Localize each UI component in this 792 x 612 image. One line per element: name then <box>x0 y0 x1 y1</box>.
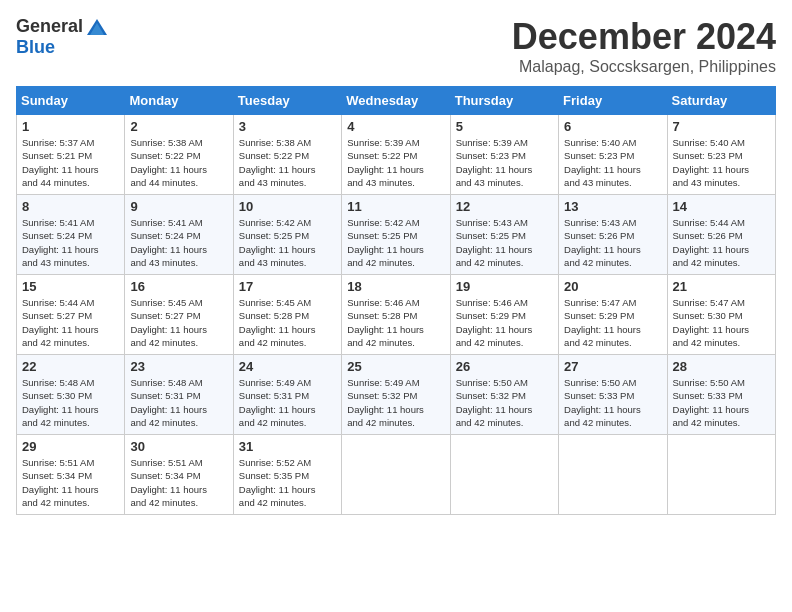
day-number: 13 <box>564 199 661 214</box>
day-number: 5 <box>456 119 553 134</box>
day-number: 25 <box>347 359 444 374</box>
calendar-cell: 16 Sunrise: 5:45 AM Sunset: 5:27 PM Dayl… <box>125 275 233 355</box>
month-title: December 2024 <box>512 16 776 58</box>
day-number: 28 <box>673 359 770 374</box>
day-number: 16 <box>130 279 227 294</box>
calendar-cell: 25 Sunrise: 5:49 AM Sunset: 5:32 PM Dayl… <box>342 355 450 435</box>
day-number: 11 <box>347 199 444 214</box>
calendar-cell: 23 Sunrise: 5:48 AM Sunset: 5:31 PM Dayl… <box>125 355 233 435</box>
header-monday: Monday <box>125 87 233 115</box>
calendar-cell: 3 Sunrise: 5:38 AM Sunset: 5:22 PM Dayli… <box>233 115 341 195</box>
calendar-cell <box>450 435 558 515</box>
day-info: Sunrise: 5:40 AM Sunset: 5:23 PM Dayligh… <box>564 137 641 188</box>
day-number: 20 <box>564 279 661 294</box>
day-number: 7 <box>673 119 770 134</box>
calendar-cell: 4 Sunrise: 5:39 AM Sunset: 5:22 PM Dayli… <box>342 115 450 195</box>
calendar-cell: 8 Sunrise: 5:41 AM Sunset: 5:24 PM Dayli… <box>17 195 125 275</box>
calendar-week-row: 29 Sunrise: 5:51 AM Sunset: 5:34 PM Dayl… <box>17 435 776 515</box>
day-number: 14 <box>673 199 770 214</box>
logo: General Blue <box>16 16 111 58</box>
day-number: 29 <box>22 439 119 454</box>
day-number: 17 <box>239 279 336 294</box>
logo-blue: Blue <box>16 37 55 58</box>
day-number: 27 <box>564 359 661 374</box>
day-info: Sunrise: 5:51 AM Sunset: 5:34 PM Dayligh… <box>22 457 99 508</box>
day-number: 2 <box>130 119 227 134</box>
calendar-cell <box>667 435 775 515</box>
day-info: Sunrise: 5:41 AM Sunset: 5:24 PM Dayligh… <box>130 217 207 268</box>
calendar-cell: 11 Sunrise: 5:42 AM Sunset: 5:25 PM Dayl… <box>342 195 450 275</box>
day-info: Sunrise: 5:38 AM Sunset: 5:22 PM Dayligh… <box>130 137 207 188</box>
day-number: 31 <box>239 439 336 454</box>
location-title: Malapag, Soccsksargen, Philippines <box>512 58 776 76</box>
calendar-table: SundayMondayTuesdayWednesdayThursdayFrid… <box>16 86 776 515</box>
day-info: Sunrise: 5:45 AM Sunset: 5:28 PM Dayligh… <box>239 297 316 348</box>
day-info: Sunrise: 5:37 AM Sunset: 5:21 PM Dayligh… <box>22 137 99 188</box>
day-info: Sunrise: 5:52 AM Sunset: 5:35 PM Dayligh… <box>239 457 316 508</box>
calendar-cell: 22 Sunrise: 5:48 AM Sunset: 5:30 PM Dayl… <box>17 355 125 435</box>
day-info: Sunrise: 5:45 AM Sunset: 5:27 PM Dayligh… <box>130 297 207 348</box>
day-info: Sunrise: 5:42 AM Sunset: 5:25 PM Dayligh… <box>347 217 424 268</box>
header-wednesday: Wednesday <box>342 87 450 115</box>
day-number: 3 <box>239 119 336 134</box>
day-number: 18 <box>347 279 444 294</box>
day-info: Sunrise: 5:47 AM Sunset: 5:30 PM Dayligh… <box>673 297 750 348</box>
page-header: General Blue December 2024 Malapag, Socc… <box>16 16 776 76</box>
calendar-week-row: 22 Sunrise: 5:48 AM Sunset: 5:30 PM Dayl… <box>17 355 776 435</box>
day-info: Sunrise: 5:50 AM Sunset: 5:33 PM Dayligh… <box>564 377 641 428</box>
day-number: 19 <box>456 279 553 294</box>
calendar-cell: 17 Sunrise: 5:45 AM Sunset: 5:28 PM Dayl… <box>233 275 341 355</box>
day-info: Sunrise: 5:39 AM Sunset: 5:23 PM Dayligh… <box>456 137 533 188</box>
day-info: Sunrise: 5:47 AM Sunset: 5:29 PM Dayligh… <box>564 297 641 348</box>
calendar-cell: 10 Sunrise: 5:42 AM Sunset: 5:25 PM Dayl… <box>233 195 341 275</box>
day-info: Sunrise: 5:43 AM Sunset: 5:25 PM Dayligh… <box>456 217 533 268</box>
logo-icon <box>85 17 109 37</box>
day-info: Sunrise: 5:39 AM Sunset: 5:22 PM Dayligh… <box>347 137 424 188</box>
day-info: Sunrise: 5:49 AM Sunset: 5:32 PM Dayligh… <box>347 377 424 428</box>
day-number: 12 <box>456 199 553 214</box>
day-info: Sunrise: 5:46 AM Sunset: 5:28 PM Dayligh… <box>347 297 424 348</box>
day-info: Sunrise: 5:51 AM Sunset: 5:34 PM Dayligh… <box>130 457 207 508</box>
calendar-cell: 29 Sunrise: 5:51 AM Sunset: 5:34 PM Dayl… <box>17 435 125 515</box>
calendar-cell: 21 Sunrise: 5:47 AM Sunset: 5:30 PM Dayl… <box>667 275 775 355</box>
day-number: 15 <box>22 279 119 294</box>
day-info: Sunrise: 5:43 AM Sunset: 5:26 PM Dayligh… <box>564 217 641 268</box>
day-number: 26 <box>456 359 553 374</box>
calendar-cell: 24 Sunrise: 5:49 AM Sunset: 5:31 PM Dayl… <box>233 355 341 435</box>
day-number: 9 <box>130 199 227 214</box>
calendar-cell: 30 Sunrise: 5:51 AM Sunset: 5:34 PM Dayl… <box>125 435 233 515</box>
calendar-cell: 9 Sunrise: 5:41 AM Sunset: 5:24 PM Dayli… <box>125 195 233 275</box>
day-number: 4 <box>347 119 444 134</box>
header-friday: Friday <box>559 87 667 115</box>
day-number: 23 <box>130 359 227 374</box>
calendar-cell: 13 Sunrise: 5:43 AM Sunset: 5:26 PM Dayl… <box>559 195 667 275</box>
day-info: Sunrise: 5:42 AM Sunset: 5:25 PM Dayligh… <box>239 217 316 268</box>
day-info: Sunrise: 5:49 AM Sunset: 5:31 PM Dayligh… <box>239 377 316 428</box>
calendar-cell: 27 Sunrise: 5:50 AM Sunset: 5:33 PM Dayl… <box>559 355 667 435</box>
calendar-cell: 5 Sunrise: 5:39 AM Sunset: 5:23 PM Dayli… <box>450 115 558 195</box>
day-info: Sunrise: 5:48 AM Sunset: 5:31 PM Dayligh… <box>130 377 207 428</box>
calendar-cell: 26 Sunrise: 5:50 AM Sunset: 5:32 PM Dayl… <box>450 355 558 435</box>
header-saturday: Saturday <box>667 87 775 115</box>
logo-general: General <box>16 16 83 37</box>
calendar-cell: 6 Sunrise: 5:40 AM Sunset: 5:23 PM Dayli… <box>559 115 667 195</box>
day-number: 10 <box>239 199 336 214</box>
calendar-cell: 14 Sunrise: 5:44 AM Sunset: 5:26 PM Dayl… <box>667 195 775 275</box>
day-info: Sunrise: 5:44 AM Sunset: 5:26 PM Dayligh… <box>673 217 750 268</box>
calendar-cell: 20 Sunrise: 5:47 AM Sunset: 5:29 PM Dayl… <box>559 275 667 355</box>
calendar-week-row: 8 Sunrise: 5:41 AM Sunset: 5:24 PM Dayli… <box>17 195 776 275</box>
title-area: December 2024 Malapag, Soccsksargen, Phi… <box>512 16 776 76</box>
day-number: 30 <box>130 439 227 454</box>
header-tuesday: Tuesday <box>233 87 341 115</box>
calendar-cell <box>559 435 667 515</box>
day-info: Sunrise: 5:50 AM Sunset: 5:33 PM Dayligh… <box>673 377 750 428</box>
day-number: 22 <box>22 359 119 374</box>
day-number: 1 <box>22 119 119 134</box>
calendar-week-row: 1 Sunrise: 5:37 AM Sunset: 5:21 PM Dayli… <box>17 115 776 195</box>
calendar-cell: 28 Sunrise: 5:50 AM Sunset: 5:33 PM Dayl… <box>667 355 775 435</box>
day-number: 21 <box>673 279 770 294</box>
calendar-cell: 18 Sunrise: 5:46 AM Sunset: 5:28 PM Dayl… <box>342 275 450 355</box>
calendar-cell: 12 Sunrise: 5:43 AM Sunset: 5:25 PM Dayl… <box>450 195 558 275</box>
calendar-cell: 31 Sunrise: 5:52 AM Sunset: 5:35 PM Dayl… <box>233 435 341 515</box>
calendar-cell: 19 Sunrise: 5:46 AM Sunset: 5:29 PM Dayl… <box>450 275 558 355</box>
